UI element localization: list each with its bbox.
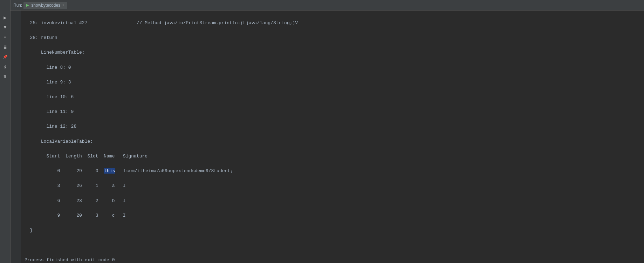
- code-line-invokevirtual: 25: invokevirtual #27 // Method java/io/…: [25, 19, 644, 27]
- run-label: Run:: [13, 3, 22, 8]
- code-line-empty: [25, 241, 644, 249]
- code-line-return: 28: return: [25, 34, 644, 41]
- code-line-line12: line 12: 28: [25, 123, 644, 130]
- tab-name: showbytecodes: [31, 3, 60, 8]
- table-row-3: 6 23 2 b I: [25, 197, 644, 204]
- menu-toolbar-icon[interactable]: ≡: [2, 34, 9, 41]
- code-line-closing-brace: }: [25, 227, 644, 234]
- code-line-line8: line 8: 0: [25, 64, 644, 71]
- editor-gutter: [11, 11, 21, 263]
- code-line-line11: line 11: 9: [25, 108, 644, 115]
- process-finished-line: Process finished with exit code 0: [25, 256, 644, 263]
- print-toolbar-icon[interactable]: 🖨: [2, 63, 9, 70]
- table-row-2: 3 26 1 a I: [25, 182, 644, 189]
- trash-toolbar-icon[interactable]: 🗑: [2, 73, 9, 80]
- code-line-linenumbertable: LineNumberTable:: [25, 49, 644, 56]
- table-row-4: 9 20 3 c I: [25, 212, 644, 219]
- table-row-1: 0 29 0 this Lcom/itheima/a09oopextendsde…: [25, 167, 644, 175]
- table-header-row: Start Length Slot Name Signature: [25, 153, 644, 160]
- code-line-localvariabletable: LocalVariableTable:: [25, 138, 644, 145]
- code-line-line9: line 9: 3: [25, 79, 644, 86]
- play-icon: ▶: [26, 3, 29, 7]
- code-output: 25: invokevirtual #27 // Method java/io/…: [21, 11, 644, 263]
- play-toolbar-icon[interactable]: ▶: [2, 14, 9, 21]
- close-tab-button[interactable]: ×: [62, 3, 64, 7]
- run-tab[interactable]: ▶ showbytecodes ×: [23, 2, 67, 9]
- list-toolbar-icon[interactable]: ≣: [2, 43, 9, 50]
- this-name-cell[interactable]: this: [104, 168, 115, 174]
- code-line-line10: line 10: 6: [25, 93, 644, 101]
- down-toolbar-icon[interactable]: ▼: [2, 24, 9, 31]
- top-bar: Run: ▶ showbytecodes ×: [11, 0, 644, 11]
- main-content: 25: invokevirtual #27 // Method java/io/…: [11, 11, 644, 263]
- left-toolbar: ▶ ▼ ≡ ≣ 📌 🖨 🗑: [0, 0, 11, 263]
- pin-toolbar-icon[interactable]: 📌: [2, 53, 9, 60]
